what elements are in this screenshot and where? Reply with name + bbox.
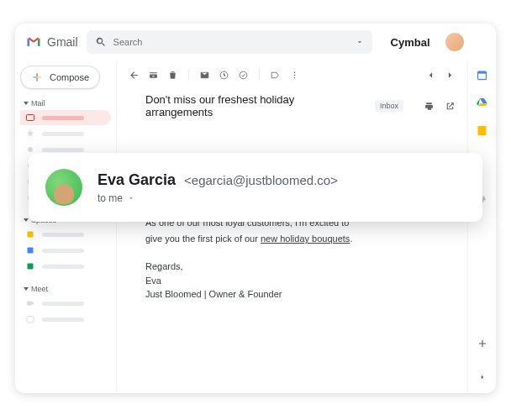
svg-point-1 <box>28 147 33 152</box>
task-icon[interactable] <box>238 70 249 81</box>
plus-icon <box>31 71 43 83</box>
gmail-logo-icon <box>25 34 42 50</box>
svg-rect-17 <box>478 126 487 135</box>
svg-rect-8 <box>27 302 32 306</box>
space-icon <box>25 261 35 271</box>
sidebar-space-item[interactable] <box>20 227 111 242</box>
snooze-icon[interactable] <box>219 70 229 81</box>
calendar-icon[interactable] <box>476 69 488 81</box>
brand-label: Cymbal <box>391 36 430 49</box>
user-avatar[interactable] <box>445 33 464 51</box>
recipient-row[interactable]: to me <box>97 192 338 204</box>
main-area: Compose Mail <box>15 60 496 393</box>
subject-row: Don't miss our freshest holiday arrangem… <box>117 89 467 123</box>
chevron-down-icon[interactable] <box>356 38 364 46</box>
gmail-text: Gmail <box>47 35 78 49</box>
svg-rect-16 <box>478 74 486 79</box>
content-pane: Don't miss our freshest holiday arrangem… <box>116 60 467 393</box>
gmail-logo[interactable]: Gmail <box>25 34 78 50</box>
app-header: Gmail Cymbal <box>15 24 496 60</box>
svg-rect-7 <box>28 264 34 270</box>
sidebar: Compose Mail <box>15 60 116 393</box>
plus-icon[interactable] <box>477 338 488 349</box>
print-icon[interactable] <box>424 101 435 112</box>
search-box[interactable] <box>87 30 372 54</box>
caret-down-icon <box>24 287 29 291</box>
chevron-down-icon <box>128 195 134 202</box>
compose-button[interactable]: Compose <box>20 66 100 89</box>
svg-rect-6 <box>28 248 34 254</box>
open-new-icon[interactable] <box>445 101 456 112</box>
signature: Regards, Eva Just Bloomed | Owner & Foun… <box>145 260 456 302</box>
chevron-right-icon[interactable] <box>478 373 487 381</box>
sender-info: Eva Garcia <egarcia@justbloomed.co> to m… <box>97 171 338 204</box>
section-meet[interactable]: Meet <box>20 283 111 295</box>
star-icon <box>25 129 35 139</box>
inbox-chip[interactable]: Inbox <box>375 100 403 112</box>
sender-email: <egarcia@justbloomed.co> <box>184 173 338 187</box>
sender-name: Eva Garcia <box>97 171 176 189</box>
back-icon[interactable] <box>129 70 140 81</box>
compose-label: Compose <box>50 72 89 82</box>
svg-point-14 <box>294 76 296 78</box>
more-icon[interactable] <box>289 70 300 81</box>
calendar-icon <box>25 314 35 324</box>
next-icon[interactable] <box>445 70 456 81</box>
space-icon <box>25 229 35 239</box>
sidebar-space-item[interactable] <box>20 259 111 274</box>
right-rail <box>467 60 496 393</box>
svg-point-12 <box>294 71 296 73</box>
email-toolbar <box>117 60 467 89</box>
video-icon <box>25 298 35 308</box>
svg-point-13 <box>294 74 296 76</box>
keep-icon[interactable] <box>476 124 488 137</box>
caret-down-icon <box>24 218 29 222</box>
svg-rect-0 <box>27 115 34 121</box>
section-mail[interactable]: Mail <box>20 97 111 109</box>
svg-rect-9 <box>27 317 34 323</box>
sidebar-item-inbox[interactable] <box>20 110 111 125</box>
delete-icon[interactable] <box>167 70 178 81</box>
search-icon <box>95 36 107 48</box>
sidebar-space-item[interactable] <box>20 243 111 258</box>
space-icon <box>25 245 35 255</box>
caret-down-icon <box>24 102 29 105</box>
sidebar-meet-item[interactable] <box>20 296 111 311</box>
sidebar-meet-item[interactable] <box>20 312 111 327</box>
svg-rect-5 <box>28 232 34 238</box>
sender-card: Eva Garcia <egarcia@justbloomed.co> to m… <box>29 153 482 222</box>
prev-icon[interactable] <box>425 70 436 81</box>
sender-avatar[interactable] <box>45 169 82 206</box>
search-input[interactable] <box>113 37 349 47</box>
body-link[interactable]: new holiday bouquets <box>261 234 350 244</box>
sidebar-item-starred[interactable] <box>20 126 111 141</box>
svg-point-11 <box>240 71 247 79</box>
label-icon[interactable] <box>270 70 281 81</box>
email-subject: Don't miss our freshest holiday arrangem… <box>145 93 365 118</box>
drive-icon[interactable] <box>476 97 488 109</box>
mail-icon[interactable] <box>199 70 210 81</box>
archive-icon[interactable] <box>148 70 159 81</box>
inbox-icon <box>25 113 35 123</box>
